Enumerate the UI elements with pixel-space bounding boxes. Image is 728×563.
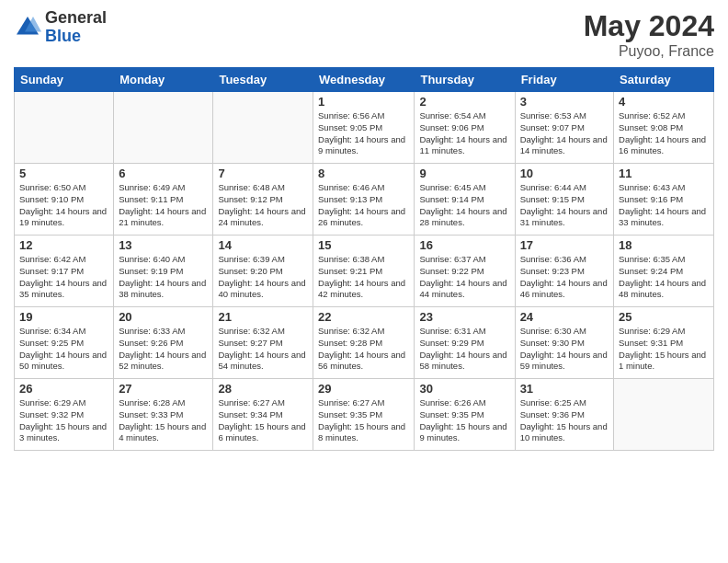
calendar-cell: 10Sunrise: 6:44 AM Sunset: 9:15 PM Dayli…	[515, 164, 613, 236]
day-info: Sunrise: 6:28 AM Sunset: 9:33 PM Dayligh…	[119, 397, 208, 444]
day-info: Sunrise: 6:46 AM Sunset: 9:13 PM Dayligh…	[318, 182, 409, 229]
day-number: 13	[119, 238, 208, 252]
calendar-cell: 9Sunrise: 6:45 AM Sunset: 9:14 PM Daylig…	[415, 164, 515, 236]
calendar-cell: 12Sunrise: 6:42 AM Sunset: 9:17 PM Dayli…	[15, 236, 114, 307]
day-info: Sunrise: 6:54 AM Sunset: 9:06 PM Dayligh…	[419, 110, 509, 157]
calendar-week-4: 19Sunrise: 6:34 AM Sunset: 9:25 PM Dayli…	[15, 307, 714, 379]
calendar-cell	[114, 92, 213, 164]
day-info: Sunrise: 6:48 AM Sunset: 9:12 PM Dayligh…	[218, 182, 308, 229]
header-saturday: Saturday	[614, 68, 714, 92]
day-info: Sunrise: 6:49 AM Sunset: 9:11 PM Dayligh…	[119, 182, 208, 229]
logo-text: General Blue	[45, 9, 107, 46]
calendar-cell: 31Sunrise: 6:25 AM Sunset: 9:36 PM Dayli…	[515, 379, 613, 451]
day-info: Sunrise: 6:42 AM Sunset: 9:17 PM Dayligh…	[19, 254, 108, 301]
day-info: Sunrise: 6:45 AM Sunset: 9:14 PM Dayligh…	[419, 182, 509, 229]
calendar-cell: 8Sunrise: 6:46 AM Sunset: 9:13 PM Daylig…	[313, 164, 415, 236]
header: General Blue May 2024 Puyoo, France	[14, 9, 714, 60]
calendar-cell: 1Sunrise: 6:56 AM Sunset: 9:05 PM Daylig…	[313, 92, 415, 164]
calendar-cell	[15, 92, 114, 164]
day-number: 20	[119, 310, 208, 324]
day-info: Sunrise: 6:38 AM Sunset: 9:21 PM Dayligh…	[318, 254, 409, 301]
calendar-cell: 3Sunrise: 6:53 AM Sunset: 9:07 PM Daylig…	[515, 92, 613, 164]
weekday-header-row: Sunday Monday Tuesday Wednesday Thursday…	[15, 68, 714, 92]
day-info: Sunrise: 6:37 AM Sunset: 9:22 PM Dayligh…	[419, 254, 509, 301]
calendar-week-5: 26Sunrise: 6:29 AM Sunset: 9:32 PM Dayli…	[15, 379, 714, 451]
calendar-week-3: 12Sunrise: 6:42 AM Sunset: 9:17 PM Dayli…	[15, 236, 714, 307]
day-number: 27	[119, 382, 208, 396]
day-number: 26	[19, 382, 108, 396]
day-number: 7	[218, 167, 308, 180]
header-thursday: Thursday	[415, 68, 515, 92]
calendar-cell: 6Sunrise: 6:49 AM Sunset: 9:11 PM Daylig…	[114, 164, 213, 236]
title-block: May 2024 Puyoo, France	[584, 9, 714, 60]
day-number: 5	[19, 167, 108, 180]
day-number: 15	[318, 238, 409, 252]
calendar-cell: 22Sunrise: 6:32 AM Sunset: 9:28 PM Dayli…	[313, 307, 415, 379]
day-number: 1	[318, 95, 409, 109]
day-number: 19	[19, 310, 108, 324]
calendar-cell: 14Sunrise: 6:39 AM Sunset: 9:20 PM Dayli…	[213, 236, 313, 307]
day-number: 12	[19, 238, 108, 252]
calendar-cell: 18Sunrise: 6:35 AM Sunset: 9:24 PM Dayli…	[614, 236, 714, 307]
day-number: 3	[520, 95, 609, 109]
calendar-cell: 13Sunrise: 6:40 AM Sunset: 9:19 PM Dayli…	[114, 236, 213, 307]
calendar-cell: 28Sunrise: 6:27 AM Sunset: 9:34 PM Dayli…	[213, 379, 313, 451]
day-number: 8	[318, 167, 409, 180]
title-location: Puyoo, France	[584, 43, 714, 60]
day-info: Sunrise: 6:40 AM Sunset: 9:19 PM Dayligh…	[119, 254, 208, 301]
day-number: 14	[218, 238, 308, 252]
calendar-cell: 11Sunrise: 6:43 AM Sunset: 9:16 PM Dayli…	[614, 164, 714, 236]
day-number: 24	[520, 310, 609, 324]
calendar-cell	[614, 379, 714, 451]
header-tuesday: Tuesday	[213, 68, 313, 92]
day-number: 22	[318, 310, 409, 324]
day-info: Sunrise: 6:30 AM Sunset: 9:30 PM Dayligh…	[520, 326, 609, 373]
day-number: 10	[520, 167, 609, 180]
calendar-cell: 29Sunrise: 6:27 AM Sunset: 9:35 PM Dayli…	[313, 379, 415, 451]
day-number: 4	[619, 95, 709, 109]
day-info: Sunrise: 6:56 AM Sunset: 9:05 PM Dayligh…	[318, 110, 409, 157]
day-number: 28	[218, 382, 308, 396]
calendar-cell: 7Sunrise: 6:48 AM Sunset: 9:12 PM Daylig…	[213, 164, 313, 236]
day-number: 18	[619, 238, 709, 252]
day-number: 29	[318, 382, 409, 396]
day-number: 31	[520, 382, 609, 396]
day-info: Sunrise: 6:43 AM Sunset: 9:16 PM Dayligh…	[619, 182, 709, 229]
header-sunday: Sunday	[15, 68, 114, 92]
day-number: 25	[619, 310, 709, 324]
calendar-table: Sunday Monday Tuesday Wednesday Thursday…	[14, 67, 714, 451]
title-month: May 2024	[584, 9, 714, 43]
day-number: 23	[419, 310, 509, 324]
calendar-cell	[213, 92, 313, 164]
day-number: 21	[218, 310, 308, 324]
day-info: Sunrise: 6:36 AM Sunset: 9:23 PM Dayligh…	[520, 254, 609, 301]
day-info: Sunrise: 6:33 AM Sunset: 9:26 PM Dayligh…	[119, 326, 208, 373]
calendar-cell: 5Sunrise: 6:50 AM Sunset: 9:10 PM Daylig…	[15, 164, 114, 236]
logo-general: General	[45, 9, 107, 28]
day-info: Sunrise: 6:50 AM Sunset: 9:10 PM Dayligh…	[19, 182, 108, 229]
page: General Blue May 2024 Puyoo, France Sund…	[0, 0, 728, 563]
day-info: Sunrise: 6:29 AM Sunset: 9:31 PM Dayligh…	[619, 326, 709, 373]
day-number: 16	[419, 238, 509, 252]
header-monday: Monday	[114, 68, 213, 92]
calendar-cell: 2Sunrise: 6:54 AM Sunset: 9:06 PM Daylig…	[415, 92, 515, 164]
day-number: 9	[419, 167, 509, 180]
day-number: 6	[119, 167, 208, 180]
day-info: Sunrise: 6:32 AM Sunset: 9:28 PM Dayligh…	[318, 326, 409, 373]
calendar-cell: 20Sunrise: 6:33 AM Sunset: 9:26 PM Dayli…	[114, 307, 213, 379]
calendar-cell: 25Sunrise: 6:29 AM Sunset: 9:31 PM Dayli…	[614, 307, 714, 379]
logo-icon	[14, 14, 41, 41]
day-info: Sunrise: 6:34 AM Sunset: 9:25 PM Dayligh…	[19, 326, 108, 373]
header-wednesday: Wednesday	[313, 68, 415, 92]
calendar-cell: 30Sunrise: 6:26 AM Sunset: 9:35 PM Dayli…	[415, 379, 515, 451]
day-number: 30	[419, 382, 509, 396]
calendar-week-2: 5Sunrise: 6:50 AM Sunset: 9:10 PM Daylig…	[15, 164, 714, 236]
day-info: Sunrise: 6:27 AM Sunset: 9:35 PM Dayligh…	[318, 397, 409, 444]
calendar-cell: 27Sunrise: 6:28 AM Sunset: 9:33 PM Dayli…	[114, 379, 213, 451]
day-info: Sunrise: 6:53 AM Sunset: 9:07 PM Dayligh…	[520, 110, 609, 157]
day-info: Sunrise: 6:25 AM Sunset: 9:36 PM Dayligh…	[520, 397, 609, 444]
day-number: 11	[619, 167, 709, 180]
day-info: Sunrise: 6:26 AM Sunset: 9:35 PM Dayligh…	[419, 397, 509, 444]
day-number: 17	[520, 238, 609, 252]
logo: General Blue	[14, 9, 107, 46]
